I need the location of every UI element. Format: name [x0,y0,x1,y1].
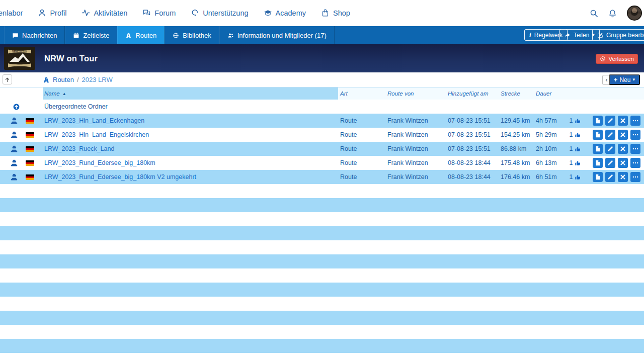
row-actions [587,156,644,170]
row-dauer-cell: 5h 29m [534,128,562,142]
route-name-link[interactable]: LRW_2023_Hin_Land_Engelskirchen [44,131,149,138]
globe-icon [173,32,179,39]
row-likes[interactable]: 1 [562,170,587,184]
edit-route-button[interactable] [605,116,615,126]
new-button[interactable]: + Neu ▾ [609,74,640,85]
nav-item-enlabor[interactable]: enlabor [0,9,23,17]
like-count: 1 [570,159,573,166]
row-likes[interactable]: 1 [562,114,587,128]
share-icon [565,32,571,38]
row-actions [587,114,644,128]
empty-table-row [0,268,644,283]
row-likes[interactable]: 1 [562,142,587,156]
header-dauer[interactable]: Dauer [534,87,562,100]
leave-group-button[interactable]: Verlassen [596,54,638,64]
table-row-parent-folder[interactable]: Übergeordnete Ordner [0,100,644,114]
group-logo: NRW on Tour [4,47,35,70]
nav-item-label: enlabor [0,9,23,17]
delete-route-button[interactable] [618,158,628,168]
breadcrumb-routes-link[interactable]: Routen [53,76,74,83]
more-actions-button[interactable] [630,172,640,182]
route-name-link[interactable]: LRW_2023_Hin_Land_Eckenhagen [44,117,144,124]
route-type-icon [9,173,19,182]
duplicate-route-button[interactable] [593,144,603,154]
breadcrumb-separator: / [77,76,79,83]
table-row[interactable]: LRW_2023_Rueck_Land Route Frank Wintzen … [0,142,644,156]
thumbs-up-icon [575,160,581,166]
row-art-cell: Route [338,128,385,142]
tab-zeitleiste[interactable]: Zeitleiste [65,26,117,44]
parent-folder-label[interactable]: Übergeordnete Ordner [44,103,108,110]
duplicate-route-button[interactable] [593,172,603,182]
academy-icon [264,9,272,17]
breadcrumb-current-folder[interactable]: 2023 LRW [82,76,113,83]
more-actions-button[interactable] [630,158,640,168]
germany-flag-icon [26,160,34,166]
search-icon[interactable] [590,9,598,18]
delete-route-button[interactable] [618,144,628,154]
germany-flag-icon [26,146,34,152]
header-strecke[interactable]: Strecke [499,87,534,100]
tab-information-und-mitglieder-17[interactable]: Information und Mitglieder (17) [219,26,335,44]
row-route-von-cell: Frank Wintzen [385,170,446,184]
edit-group-button[interactable]: Gruppe bearbeiten [592,29,644,41]
more-actions-button[interactable] [630,116,640,126]
edit-route-button[interactable] [605,144,615,154]
duplicate-route-button[interactable] [593,116,603,126]
row-strecke-cell [499,100,534,114]
folder-up-circle-icon [13,103,20,111]
header-hinzugefuegt-am[interactable]: Hinzugefügt am [446,87,499,100]
nav-item-profil[interactable]: Profil [38,9,66,17]
user-avatar[interactable] [627,6,642,21]
row-route-von-cell: Frank Wintzen [385,114,446,128]
row-likes[interactable]: 1 [562,156,587,170]
delete-route-button[interactable] [618,172,628,182]
delete-route-button[interactable] [618,116,628,126]
nav-item-forum[interactable]: Forum [142,9,176,17]
nav-item-unterst-tzung[interactable]: Unterstützung [191,9,248,17]
table-row[interactable]: LRW_2023_Rund_Edersee_big_180km V2 umgek… [0,170,644,184]
table-row[interactable]: LRW_2023_Hin_Land_Engelskirchen Route Fr… [0,128,644,142]
thumbs-up-icon [575,132,581,138]
empty-table-row [0,311,644,325]
nav-item-label: Profil [50,9,66,17]
edit-route-button[interactable] [605,172,615,182]
notifications-bell-icon[interactable] [608,9,617,18]
more-actions-button[interactable] [630,144,640,154]
header-route-von[interactable]: Route von [385,87,446,100]
nav-item-label: Academy [276,9,306,17]
row-likes[interactable] [562,100,587,114]
row-name-cell: LRW_2023_Hin_Land_Engelskirchen [43,128,338,142]
route-name-link[interactable]: LRW_2023_Rueck_Land [44,145,114,152]
row-route-von-cell [385,100,446,114]
route-name-link[interactable]: LRW_2023_Rund_Edersee_big_180km V2 umgek… [44,173,196,180]
tab-routen[interactable]: Routen [117,26,165,44]
tab-bibliothek[interactable]: Bibliothek [165,26,219,44]
nav-item-aktivit-ten[interactable]: Aktivitäten [82,9,127,17]
header-name[interactable]: Name ▲ [43,87,338,100]
tab-nachrichten[interactable]: Nachrichten [4,26,65,44]
nav-item-academy[interactable]: Academy [264,9,306,17]
table-row[interactable]: LRW_2023_Hin_Land_Eckenhagen Route Frank… [0,114,644,128]
folder-up-button[interactable] [3,74,12,84]
pencil-icon [607,117,614,124]
row-type-icons [0,170,43,184]
table-row[interactable]: LRW_2023_Rund_Edersee_big_180km Route Fr… [0,156,644,170]
copy-icon [594,173,601,180]
more-actions-button[interactable] [630,130,640,140]
edit-route-button[interactable] [605,158,615,168]
duplicate-route-button[interactable] [593,158,603,168]
dots-icon [632,173,639,180]
nav-item-shop[interactable]: Shop [321,9,350,17]
forum-icon [142,9,151,17]
row-dauer-cell: 6h 51m [534,170,562,184]
duplicate-route-button[interactable] [593,130,603,140]
thumbs-up-icon [575,146,581,152]
route-name-link[interactable]: LRW_2023_Rund_Edersee_big_180km [44,159,155,166]
row-added-cell: 07-08-23 15:51 [446,128,499,142]
edit-route-button[interactable] [605,130,615,140]
row-likes[interactable]: 1 [562,128,587,142]
pencil-icon [607,145,614,152]
header-art[interactable]: Art [338,87,385,100]
delete-route-button[interactable] [618,130,628,140]
